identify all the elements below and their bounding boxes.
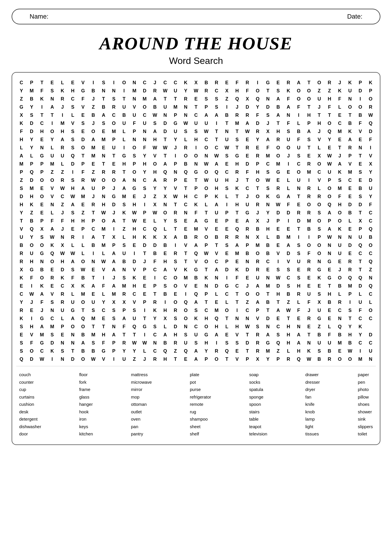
grid-cell: S bbox=[294, 249, 304, 257]
grid-cell: O bbox=[78, 257, 88, 265]
grid-cell: Y bbox=[26, 135, 37, 143]
word-item: rug bbox=[190, 409, 211, 415]
grid-cell: I bbox=[294, 233, 304, 241]
grid-cell: S bbox=[68, 176, 78, 184]
grid-cell: I bbox=[26, 314, 37, 322]
grid-cell: T bbox=[263, 290, 273, 298]
grid-cell: F bbox=[57, 217, 68, 225]
grid-cell: W bbox=[212, 152, 222, 160]
grid-cell: L bbox=[345, 217, 355, 225]
grid-cell: A bbox=[88, 233, 98, 241]
grid-cell: E bbox=[160, 249, 170, 257]
grid-cell: A bbox=[88, 135, 98, 143]
grid-cell: R bbox=[57, 298, 68, 306]
grid-cell: N bbox=[47, 95, 57, 103]
grid-cell: I bbox=[98, 274, 109, 282]
grid-cell: Z bbox=[119, 225, 129, 233]
grid-cell: L bbox=[263, 233, 273, 241]
grid-cell: F bbox=[78, 95, 88, 103]
word-column: drawerdresserdryerfanknifeknoblamplightt… bbox=[305, 372, 320, 437]
grid-cell: E bbox=[88, 160, 98, 168]
grid-cell: I bbox=[180, 290, 191, 298]
grid-cell: H bbox=[16, 135, 26, 143]
grid-cell: P bbox=[252, 160, 263, 168]
grid-cell: T bbox=[109, 152, 119, 160]
grid-cell: M bbox=[283, 233, 293, 241]
grid-cell: E bbox=[345, 184, 355, 192]
grid-cell: P bbox=[273, 217, 283, 225]
grid-cell: V bbox=[212, 249, 222, 257]
grid-cell: C bbox=[140, 176, 150, 184]
grid-cell: E bbox=[232, 347, 242, 355]
grid-cell: J bbox=[88, 95, 98, 103]
grid-cell: T bbox=[119, 168, 129, 176]
grid-cell: K bbox=[180, 78, 191, 87]
grid-cell: A bbox=[150, 176, 160, 184]
grid-cell: X bbox=[314, 152, 324, 160]
grid-cell: P bbox=[304, 119, 314, 127]
grid-cell: A bbox=[294, 78, 304, 87]
grid-cell: L bbox=[47, 143, 57, 152]
grid-cell: I bbox=[109, 78, 119, 87]
grid-cell: O bbox=[365, 95, 376, 103]
word-item: oven bbox=[131, 416, 152, 423]
grid-cell: R bbox=[109, 103, 119, 111]
grid-cell: U bbox=[324, 339, 335, 347]
grid-cell: S bbox=[57, 347, 68, 355]
word-item: refrigerator bbox=[190, 394, 211, 401]
grid-cell: Q bbox=[191, 249, 201, 257]
grid-cell: S bbox=[304, 135, 314, 143]
grid-cell: P bbox=[365, 87, 376, 95]
grid-cell: V bbox=[78, 78, 88, 87]
grid-cell: V bbox=[314, 176, 324, 184]
grid-cell: D bbox=[160, 127, 170, 135]
grid-cell: Z bbox=[88, 103, 98, 111]
puzzle-container: CPTELEVISIONCJCCKXBREFRIGERATORJKPKYMFSK… bbox=[12, 72, 380, 445]
grid-cell: N bbox=[98, 152, 109, 160]
grid-cell: D bbox=[365, 331, 376, 339]
grid-cell: S bbox=[16, 347, 26, 355]
grid-cell: O bbox=[119, 78, 129, 87]
grid-cell: D bbox=[140, 87, 150, 95]
grid-cell: R bbox=[47, 274, 57, 282]
grid-cell: N bbox=[57, 339, 68, 347]
grid-cell: J bbox=[140, 257, 150, 265]
grid-cell: C bbox=[88, 225, 98, 233]
grid-cell: Z bbox=[47, 168, 57, 176]
grid-cell: L bbox=[119, 135, 129, 143]
grid-cell: P bbox=[170, 160, 180, 168]
grid-cell: H bbox=[129, 233, 139, 241]
grid-cell: C bbox=[109, 111, 119, 119]
grid-cell: A bbox=[212, 160, 222, 168]
grid-cell: I bbox=[283, 160, 293, 168]
grid-cell: Y bbox=[16, 298, 26, 306]
grid-cell: M bbox=[345, 168, 355, 176]
grid-cell: E bbox=[140, 290, 150, 298]
grid-cell: Q bbox=[180, 298, 191, 306]
grid-cell: U bbox=[160, 103, 170, 111]
grid-cell: E bbox=[68, 225, 78, 233]
word-item: shampoo bbox=[190, 416, 211, 423]
grid-cell: M bbox=[355, 355, 365, 363]
grid-cell: B bbox=[335, 331, 345, 339]
grid-cell: Y bbox=[140, 152, 150, 160]
grid-cell: C bbox=[212, 257, 222, 265]
grid-cell: S bbox=[314, 290, 324, 298]
grid-cell: K bbox=[335, 87, 345, 95]
grid-cell: T bbox=[355, 152, 365, 160]
grid-cell: D bbox=[16, 192, 26, 200]
grid-cell: N bbox=[180, 111, 191, 119]
grid-cell: T bbox=[222, 314, 232, 322]
grid-cell: G bbox=[191, 265, 201, 274]
grid-cell: N bbox=[47, 200, 57, 209]
grid-cell: Q bbox=[355, 274, 365, 282]
grid-cell: P bbox=[109, 347, 119, 355]
grid-cell: T bbox=[263, 306, 273, 314]
grid-cell: E bbox=[345, 249, 355, 257]
grid-cell: H bbox=[324, 290, 335, 298]
grid-cell: C bbox=[222, 168, 232, 176]
grid-cell: Y bbox=[365, 192, 376, 200]
grid-cell: O bbox=[26, 347, 37, 355]
grid-cell: B bbox=[150, 249, 160, 257]
grid-cell: S bbox=[355, 192, 365, 200]
